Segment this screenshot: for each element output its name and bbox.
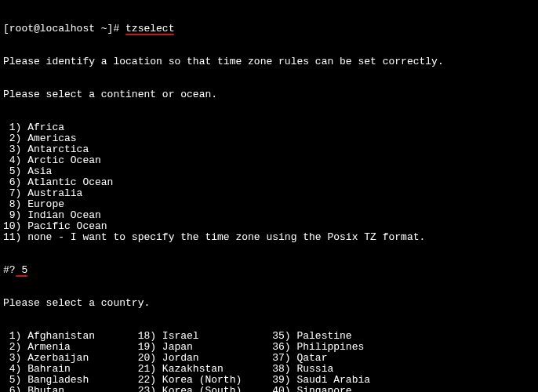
continent-list: 1) Africa 2) Americas 3) Antarctica 4) A…: [3, 122, 535, 243]
list-item: 5) Asia: [3, 166, 535, 177]
intro-line-1: Please identify a location so that time …: [3, 56, 535, 67]
list-item: 6) Atlantic Ocean: [3, 177, 535, 188]
country-list: 1) Afghanistan 18) Israel 35) Palestine …: [3, 331, 535, 392]
shell-prompt-line: [root@localhost ~]# tzselect: [3, 24, 535, 34]
list-item: 10) Pacific Ocean: [3, 221, 535, 232]
list-item: 2) Americas: [3, 133, 535, 144]
user-input-1[interactable]: 5: [16, 264, 28, 276]
list-item: 1) Africa: [3, 122, 535, 133]
list-item: 7) Australia: [3, 188, 535, 199]
input-prompt-1: #? 5: [3, 265, 535, 276]
list-item: 8) Europe: [3, 199, 535, 210]
shell-prompt: [root@localhost ~]#: [3, 23, 125, 34]
terminal-output: [root@localhost ~]# tzselect Please iden…: [0, 0, 538, 392]
list-item: 6) Bhutan 23) Korea (South) 40) Singapor…: [3, 386, 535, 392]
command-text: tzselect: [125, 23, 174, 34]
list-item: 4) Bahrain 21) Kazakhstan 38) Russia: [3, 364, 535, 375]
list-item: 1) Afghanistan 18) Israel 35) Palestine: [3, 331, 535, 342]
country-header: Please select a country.: [3, 298, 535, 309]
list-item: 2) Armenia 19) Japan 36) Philippines: [3, 342, 535, 353]
list-item: 11) none - I want to specify the time zo…: [3, 232, 535, 243]
list-item: 3) Azerbaijan 20) Jordan 37) Qatar: [3, 353, 535, 364]
list-item: 3) Antarctica: [3, 144, 535, 155]
intro-line-2: Please select a continent or ocean.: [3, 89, 535, 100]
list-item: 4) Arctic Ocean: [3, 155, 535, 166]
prompt-marker: #?: [3, 264, 16, 276]
list-item: 5) Bangladesh 22) Korea (North) 39) Saud…: [3, 375, 535, 386]
list-item: 9) Indian Ocean: [3, 210, 535, 221]
